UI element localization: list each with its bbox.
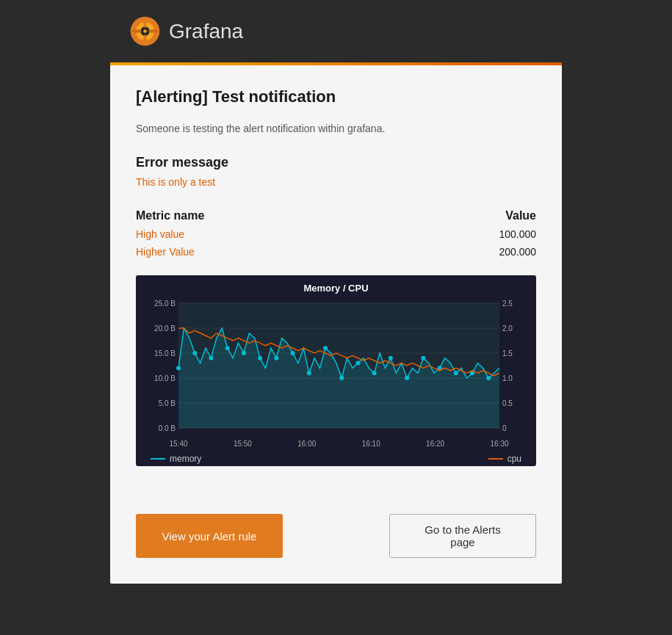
chart-canvas	[143, 300, 529, 450]
metric-name-cell: Higher Value	[136, 243, 395, 261]
chart-title: Memory / CPU	[143, 283, 529, 294]
metric-value-cell: 100.000	[395, 225, 536, 243]
email-title: [Alerting] Test notification	[136, 87, 536, 106]
table-row: Higher Value200.000	[136, 243, 536, 261]
metrics-table: Metric name Value High value100.000Highe…	[136, 206, 536, 261]
svg-point-4	[143, 29, 147, 33]
header: Grafana	[129, 15, 243, 48]
legend-cpu-label: cpu	[507, 454, 521, 464]
legend-memory-line	[151, 458, 165, 460]
view-alert-rule-button[interactable]: View your Alert rule	[136, 514, 283, 558]
buttons-row: View your Alert rule Go to the Alerts pa…	[110, 514, 562, 584]
chart-legend: memory cpu	[143, 450, 529, 464]
go-to-alerts-page-button[interactable]: Go to the Alerts page	[389, 514, 536, 558]
metric-value-header: Value	[395, 206, 536, 225]
legend-cpu: cpu	[488, 454, 521, 464]
error-message-text: This is only a test	[136, 176, 536, 188]
grafana-logo-icon	[129, 15, 162, 48]
legend-cpu-line	[488, 458, 503, 460]
metric-name-header: Metric name	[136, 206, 395, 225]
legend-memory: memory	[151, 454, 201, 464]
table-row: High value100.000	[136, 225, 536, 243]
chart-area	[143, 300, 529, 450]
email-body: [Alerting] Test notification Someone is …	[110, 65, 562, 514]
legend-memory-label: memory	[170, 454, 201, 464]
metric-name-cell: High value	[136, 225, 395, 243]
app-name: Grafana	[169, 20, 243, 43]
test-message: Someone is testing the alert notificatio…	[136, 121, 536, 137]
metric-value-cell: 200.000	[395, 243, 536, 261]
chart-container: Memory / CPU memory cpu	[136, 275, 536, 466]
email-container: [Alerting] Test notification Someone is …	[110, 62, 562, 584]
error-section-title: Error message	[136, 155, 536, 170]
